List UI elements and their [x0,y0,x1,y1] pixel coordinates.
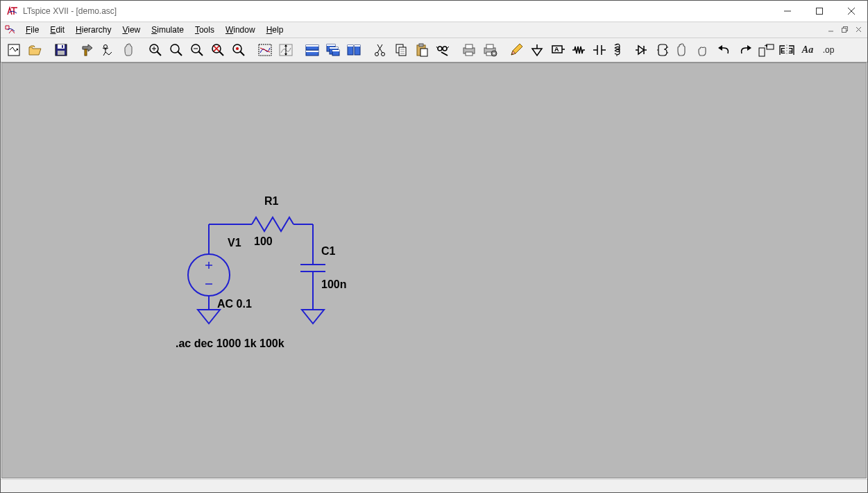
save-button[interactable] [51,40,71,60]
resistor-button[interactable] [568,40,589,60]
resistor-name-label[interactable]: R1 [264,195,278,208]
pan-button[interactable] [166,40,187,60]
toolbar: A EE Aa .op [1,38,867,62]
copy-button[interactable] [391,40,411,60]
schematic-canvas[interactable]: R1 100 C1 100n V1 AC 0.1 .ac dec 1000 1k… [1,62,867,478]
capacitor-button[interactable] [589,40,610,60]
svg-rect-34 [355,45,360,55]
maximize-button[interactable] [803,1,835,22]
svg-marker-56 [638,46,644,54]
undo-button[interactable] [714,40,735,60]
svg-point-52 [493,53,495,55]
draw-wire-button[interactable] [506,40,527,60]
menu-view[interactable]: View [117,24,146,36]
menu-hierarchy[interactable]: Hierarchy [70,24,117,36]
svg-text:A: A [554,46,559,53]
window-title: LTspice XVII - [demo.asc] [23,6,117,16]
halt-button[interactable] [119,40,139,60]
svg-rect-10 [85,49,87,56]
capacitor-value-label[interactable]: 100n [321,278,346,291]
svg-rect-60 [767,44,774,49]
svg-point-43 [438,47,442,51]
mdi-minimize-button[interactable] [824,24,838,36]
spice-directive-text[interactable]: .ac dec 1000 1k 100k [176,337,284,350]
ground-button[interactable] [527,40,547,60]
svg-marker-53 [532,49,542,56]
svg-rect-25 [306,51,318,52]
zoom-out-button[interactable] [187,40,207,60]
diode-button[interactable] [631,40,652,60]
tile-windows-button[interactable] [302,40,323,60]
label-net-button[interactable]: A [547,40,568,60]
svg-rect-42 [420,49,427,56]
mdi-restore-button[interactable] [838,24,852,36]
mirror-button[interactable]: EE [776,40,797,60]
component-button[interactable] [652,40,672,60]
pick-visible-traces-button[interactable] [255,40,275,60]
zoom-extents-button[interactable] [207,40,228,60]
svg-rect-9 [58,51,65,55]
run-button[interactable] [98,40,119,60]
svg-rect-8 [62,45,63,48]
svg-rect-29 [330,47,338,49]
app-window: LTspice XVII - [demo.asc] File Edit Hier… [0,0,868,493]
mdi-system-icon[interactable] [5,24,16,35]
minimize-button[interactable] [772,1,803,22]
menu-edit[interactable]: Edit [44,24,70,36]
text-annotation-label: Aa [801,44,815,56]
zoom-in-button[interactable] [145,40,166,60]
menu-tools[interactable]: Tools [189,24,220,36]
close-button[interactable] [835,1,867,22]
find-button[interactable] [432,40,453,60]
vsource-name-label[interactable]: V1 [228,237,241,249]
svg-rect-23 [306,45,318,47]
svg-point-17 [236,47,239,50]
cut-button[interactable] [370,40,391,60]
svg-text:E: E [788,47,793,55]
status-bar [1,479,867,492]
svg-rect-7 [58,44,65,49]
paste-button[interactable] [411,40,432,60]
rotate-button[interactable] [756,40,776,60]
menu-simulate[interactable]: Simulate [146,24,189,36]
control-panel-button[interactable] [77,40,98,60]
svg-marker-57 [718,45,722,51]
resistor-value-label[interactable]: 100 [254,235,273,248]
svg-rect-31 [332,50,339,51]
app-icon [6,5,19,17]
svg-text:E: E [781,47,785,55]
svg-rect-35 [355,45,360,47]
svg-rect-49 [486,44,493,49]
drag-button[interactable] [693,40,714,60]
menu-help[interactable]: Help [261,24,289,36]
menu-file[interactable]: File [20,24,44,36]
capacitor-name-label[interactable]: C1 [321,245,335,258]
mdi-close-button[interactable] [852,24,866,36]
svg-point-64 [188,254,230,296]
new-schematic-button[interactable] [3,40,24,60]
move-button[interactable] [672,40,693,60]
autorange-button[interactable] [228,40,249,60]
svg-rect-3 [842,28,846,33]
menu-window[interactable]: Window [220,24,261,36]
autorange-y-button[interactable] [275,40,296,60]
redo-button[interactable] [735,40,756,60]
print-setup-button[interactable] [479,40,500,60]
svg-point-37 [382,53,385,56]
spice-directive-button[interactable]: .op [818,40,839,60]
inductor-button[interactable] [610,40,631,60]
svg-rect-33 [348,45,353,47]
svg-rect-46 [466,44,473,49]
svg-rect-47 [466,52,473,56]
open-button[interactable] [24,40,45,60]
vsource-value-label[interactable]: AC 0.1 [217,298,252,310]
schematic-drawing [2,63,867,478]
svg-rect-27 [327,44,335,46]
text-annotation-button[interactable]: Aa [797,40,818,60]
print-button[interactable] [459,40,479,60]
spice-directive-label: .op [822,45,836,55]
cascade-windows-button[interactable] [323,40,343,60]
svg-rect-41 [419,44,423,47]
close-all-windows-button[interactable] [343,40,364,60]
svg-rect-59 [759,48,765,56]
